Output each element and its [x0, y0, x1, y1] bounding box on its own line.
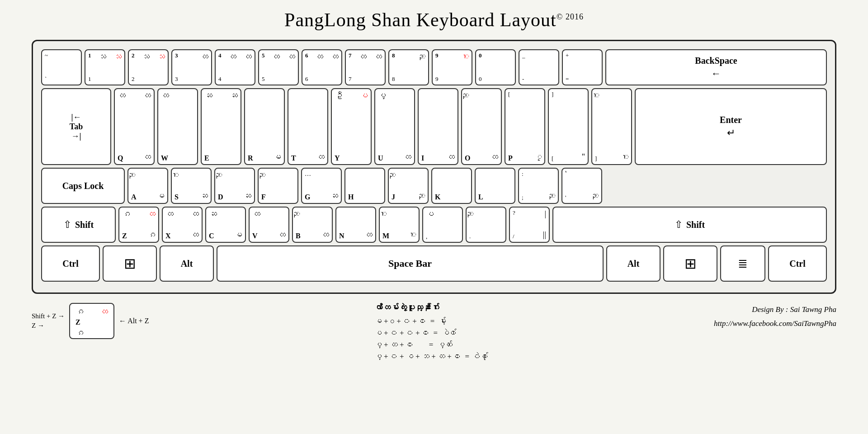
- key-shift-left[interactable]: ⇧ Shift: [41, 207, 116, 243]
- key-space[interactable]: Space Bar: [217, 245, 604, 282]
- key-r[interactable]: Rမ: [244, 88, 285, 165]
- credits: Design By : Sai Tawng Pha http://www.fac…: [714, 303, 836, 330]
- key-equals[interactable]: + =: [562, 49, 603, 85]
- legend-key-box: ၵ တ Z ၵ: [69, 303, 114, 339]
- key-slash[interactable]: ?| /||: [509, 207, 550, 243]
- key-t[interactable]: Tတ: [288, 88, 328, 165]
- key-1[interactable]: 1သသ 1: [85, 49, 125, 85]
- key-d[interactable]: ၣ Dဆ: [214, 168, 255, 204]
- menu-icon: ≣: [738, 257, 748, 271]
- key-5[interactable]: 5တတ 5: [258, 49, 299, 85]
- key-menu[interactable]: ≣: [720, 245, 765, 282]
- row-zxcv: ⇧ Shift ၵတ Zၵ တတ Xတ ဆ Cမ တ Vတ ၣ Bတ: [41, 207, 827, 243]
- key-a[interactable]: ၣ Aမ: [127, 168, 168, 204]
- bottom-info: Shift + Z → Z → ၵ တ Z ၵ ← Alt + Z: [32, 303, 836, 361]
- legend-line-1: မ + ○ + ၀ + ၀း = မ့ၢ်: [374, 317, 446, 326]
- key-0[interactable]: 0 0: [475, 49, 516, 85]
- shift-z-legend: Shift + Z →: [32, 312, 65, 320]
- key-h[interactable]: H: [344, 168, 385, 204]
- page-title: PangLong Shan Keyboard Layout© 2016: [284, 9, 584, 31]
- key-z[interactable]: ၵတ Zၵ: [118, 207, 159, 243]
- key-period[interactable]: ၣ .: [466, 207, 506, 243]
- keyboard-layout: ~ ` 1သသ 1 2သသ 2 3တ 3 4တတ 4 5တတ 5 6တတ: [32, 40, 836, 294]
- key-m[interactable]: ၢ Mၢ: [379, 207, 420, 243]
- key-k[interactable]: K: [431, 168, 472, 204]
- key-win-right[interactable]: ⊞: [663, 245, 717, 282]
- key-shift-right[interactable]: ⇧ Shift: [552, 207, 827, 243]
- legend-line-4: ၦ + ၀ + ဝ + ဘ + တ + ၀း = ၀ဲ၀ုၢ်: [374, 352, 489, 361]
- key-j[interactable]: ၣ Jၣ: [388, 168, 429, 204]
- key-6[interactable]: 6တတ 6: [302, 49, 342, 85]
- key-win-left[interactable]: ⊞: [103, 245, 157, 282]
- key-l[interactable]: L: [475, 168, 515, 204]
- key-x[interactable]: တတ Xတ: [162, 207, 203, 243]
- key-tilde[interactable]: ~ `: [41, 49, 82, 85]
- key-q[interactable]: တတ Qတ: [114, 88, 155, 165]
- legend-line-2: ပ + ၀ + ၀ + ၀း = ပဲ၀ၢ်: [374, 329, 457, 338]
- key-b[interactable]: ၣ Bတ: [292, 207, 333, 243]
- key-minus[interactable]: _ -: [519, 49, 559, 85]
- key-7[interactable]: 7တတ 7: [345, 49, 386, 85]
- alt-z-legend: ← Alt + Z: [119, 317, 149, 325]
- row-asdf: Caps Lock ၣ Aမ ၢ Sဆ ၣ Dဆ ၣ F … Gဆ: [41, 168, 827, 204]
- key-legend: Shift + Z → Z → ၵ တ Z ၵ ← Alt + Z: [32, 303, 149, 339]
- z-legend: Z →: [32, 322, 65, 330]
- key-i[interactable]: Iတ: [418, 88, 458, 165]
- key-alt-right[interactable]: Alt: [606, 245, 660, 282]
- row-bottom: Ctrl ⊞ Alt Space Bar Alt: [41, 245, 827, 282]
- key-9[interactable]: 9ၢ 9: [432, 49, 472, 85]
- key-comma[interactable]: ပ ,: [422, 207, 463, 243]
- key-backspace[interactable]: BackSpace ←: [605, 49, 827, 85]
- key-u[interactable]: ၦ Uတ: [374, 88, 415, 165]
- key-p[interactable]: [ Pၠ: [505, 88, 545, 165]
- key-ctrl-left[interactable]: Ctrl: [41, 245, 100, 282]
- key-rbracket[interactable]: ၢ ]ၢ: [591, 88, 632, 165]
- key-enter[interactable]: Enter ↵: [635, 88, 827, 165]
- key-3[interactable]: 3တ 3: [171, 49, 212, 85]
- key-y[interactable]: ဦပ Y: [331, 88, 372, 165]
- center-legend: လံာ်တမ်ၢကွဲးပူၤယ့ၣဧိၣ်ၵၢၤ် မ + ○ + ၀ + ၀…: [374, 303, 489, 361]
- key-e[interactable]: ဆဆ E: [201, 88, 241, 165]
- key-s[interactable]: ၢ Sဆ: [171, 168, 212, 204]
- key-alt-left[interactable]: Alt: [160, 245, 214, 282]
- key-ctrl-right[interactable]: Ctrl: [768, 245, 827, 282]
- key-g[interactable]: … Gဆ: [301, 168, 342, 204]
- key-w[interactable]: တ W: [157, 88, 198, 165]
- key-8[interactable]: 8ၣ 8: [388, 49, 429, 85]
- legend-line-3: ၦ + တ + ၀း = ၦတ်ၢ: [374, 340, 453, 349]
- key-f[interactable]: ၣ F: [258, 168, 298, 204]
- key-4[interactable]: 4တတ 4: [215, 49, 255, 85]
- row-numbers: ~ ` 1သသ 1 2သသ 2 3တ 3 4တတ 4 5တတ 5 6တတ: [41, 49, 827, 85]
- row-qwerty: |← Tab →| တတ Qတ တ W ဆဆ E Rမ Tတ: [41, 88, 827, 165]
- key-semicolon[interactable]: : ;ၣ: [518, 168, 559, 204]
- key-n[interactable]: Nတ: [335, 207, 376, 243]
- key-tab[interactable]: |← Tab →|: [41, 88, 111, 165]
- key-quote[interactable]: ˺ 'ၣ: [561, 168, 602, 204]
- key-lbracket[interactable]: ] [": [548, 88, 589, 165]
- key-2[interactable]: 2သသ 2: [128, 49, 169, 85]
- key-c[interactable]: ဆ Cမ: [205, 207, 246, 243]
- key-v[interactable]: တ Vတ: [249, 207, 289, 243]
- key-capslock[interactable]: Caps Lock: [41, 168, 125, 204]
- key-o[interactable]: ၣ Oတ: [461, 88, 502, 165]
- windows-icon-right: ⊞: [684, 255, 697, 272]
- windows-icon: ⊞: [124, 255, 136, 272]
